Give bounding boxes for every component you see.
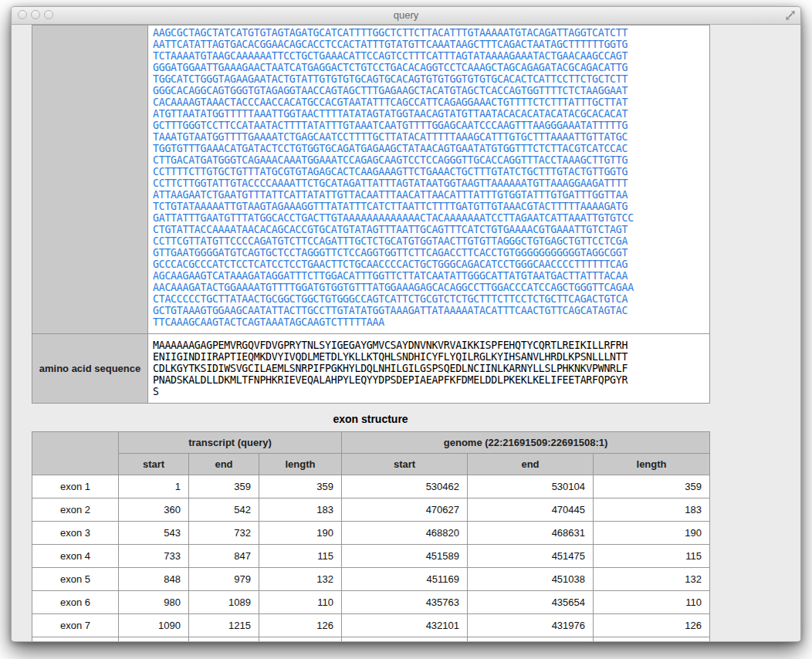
query-window: query AAGCGCTAGCTATCATGTGTAGTAGATGCATCAT…	[11, 6, 801, 642]
window-controls	[18, 10, 53, 19]
amino-acid-cell: MAAAAAAGAGPEMVRGQVFDVGPRYTNLSYIGEGAYGMVC…	[148, 334, 710, 404]
exon-value-cell: 432101	[342, 614, 468, 637]
exon-value-cell: 1215	[189, 614, 259, 637]
amino-acid-text: MAAAAAAGAGPEMVRGQVFDVGPRYTNLSYIGEGAYGMVC…	[153, 340, 705, 397]
exon-table-row: exon 3543732190468820468631190	[32, 522, 710, 545]
exon-value-cell: 360	[119, 498, 189, 522]
exon-row-label: exon 8	[32, 637, 119, 643]
exon-value-cell: 183	[594, 498, 710, 522]
exon-table-row: exon 710901215126432101431976126	[32, 614, 710, 637]
title-bar[interactable]: query	[12, 7, 800, 25]
amino-acid-row: amino acid sequence MAAAAAAGAGPEMVRGQVFD…	[32, 334, 710, 404]
exon-value-cell: 132	[594, 568, 710, 591]
exon-table-row: exon 5848979132451169451038132	[32, 568, 710, 591]
exon-row-label: exon 3	[32, 522, 119, 545]
sub-header-row: start end length start end length	[32, 454, 710, 475]
exon-value-cell: 359	[594, 475, 710, 498]
exon-value-cell: 435763	[342, 591, 468, 614]
exon-value-cell: 1089	[189, 591, 259, 614]
dna-sequence-row: AAGCGCTAGCTATCATGTGTAGTAGATGCATCATTTTGGC…	[32, 25, 710, 334]
transcript-start-header: start	[119, 454, 189, 475]
sequence-table: AAGCGCTAGCTATCATGTGTAGTAGATGCATCATTTTGGC…	[32, 25, 710, 404]
exon-row-label: exon 4	[32, 545, 119, 568]
exon-value-cell: 5799	[189, 637, 259, 643]
exon-row-label: exon 5	[32, 568, 119, 591]
zoom-window-icon[interactable]	[44, 10, 53, 19]
exon-value-cell: 847	[189, 545, 259, 568]
resize-window-icon[interactable]	[784, 9, 797, 22]
exon-value-cell: 359	[189, 475, 259, 498]
transcript-group-header: transcript (query)	[119, 432, 342, 454]
exon-table-row: exon 4733847115451589451475115	[32, 545, 710, 568]
exon-value-cell: 190	[259, 522, 342, 545]
exon-value-cell: 132	[259, 568, 342, 591]
exon-value-cell: 115	[594, 545, 710, 568]
desktop: { "window": { "title": "query" }, "color…	[0, 0, 812, 659]
exon-value-cell: 733	[119, 545, 189, 568]
exon-row-label: exon 7	[32, 614, 119, 637]
exon-row-label: exon 2	[32, 498, 119, 522]
exon-value-cell: 732	[189, 522, 259, 545]
exon-table-row: exon 2360542183470627470445183	[32, 498, 710, 522]
corner-header-cell	[32, 432, 119, 475]
exon-table-row: exon 69801089110435763435654110	[32, 591, 710, 614]
exon-value-cell: 451038	[468, 568, 594, 591]
exon-value-cell: 110	[594, 591, 710, 614]
exon-structure-table: transcript (query) genome (22:21691509:2…	[32, 431, 710, 642]
amino-acid-row-label: amino acid sequence	[32, 334, 148, 404]
exon-value-cell: 543	[119, 522, 189, 545]
exon-value-cell: 542	[189, 498, 259, 522]
exon-value-cell: 431976	[468, 614, 594, 637]
exon-value-cell: 530462	[342, 475, 468, 498]
exon-row-label: exon 6	[32, 591, 119, 614]
exon-value-cell: 530104	[468, 475, 594, 498]
dna-sequence-text: AAGCGCTAGCTATCATGTGTAGTAGATGCATCATTTTGGC…	[153, 27, 705, 328]
dna-sequence-cell: AAGCGCTAGCTATCATGTGTAGTAGATGCATCATTTTGGC…	[148, 25, 710, 334]
genome-length-header: length	[594, 454, 710, 475]
exon-value-cell: 1216	[119, 637, 189, 643]
minimize-window-icon[interactable]	[31, 10, 40, 19]
exon-value-cell: 979	[189, 568, 259, 591]
group-header-row: transcript (query) genome (22:21691509:2…	[32, 432, 710, 454]
exon-value-cell: 183	[259, 498, 342, 522]
exon-value-cell: 359	[259, 475, 342, 498]
genome-start-header: start	[342, 454, 468, 475]
exon-structure-title: exon structure	[32, 404, 709, 431]
exon-table-row: exon 81216579945844270214224384584	[32, 637, 710, 643]
exon-value-cell: 4584	[594, 637, 710, 643]
exon-value-cell: 848	[119, 568, 189, 591]
exon-value-cell: 468820	[342, 522, 468, 545]
exon-table-body: exon 11359359530462530104359exon 2360542…	[32, 475, 710, 643]
close-window-icon[interactable]	[18, 10, 27, 19]
exon-value-cell: 1	[119, 475, 189, 498]
exon-value-cell: 126	[259, 614, 342, 637]
exon-value-cell: 470445	[468, 498, 594, 522]
window-title: query	[12, 7, 800, 24]
report-page: AAGCGCTAGCTATCATGTGTAGTAGATGCATCATTTTGGC…	[12, 25, 800, 641]
exon-value-cell: 126	[594, 614, 710, 637]
exon-table-row: exon 11359359530462530104359	[32, 475, 710, 498]
dna-sequence-row-label	[32, 25, 148, 334]
exon-value-cell: 980	[119, 591, 189, 614]
exon-value-cell: 110	[259, 591, 342, 614]
exon-value-cell: 190	[594, 522, 710, 545]
exon-value-cell: 4584	[259, 637, 342, 643]
exon-value-cell: 451589	[342, 545, 468, 568]
exon-row-label: exon 1	[32, 475, 119, 498]
exon-value-cell: 427021	[342, 637, 468, 643]
exon-value-cell: 470627	[342, 498, 468, 522]
exon-value-cell: 468631	[468, 522, 594, 545]
exon-value-cell: 1090	[119, 614, 189, 637]
exon-value-cell: 451169	[342, 568, 468, 591]
exon-value-cell: 115	[259, 545, 342, 568]
transcript-length-header: length	[259, 454, 342, 475]
exon-value-cell: 451475	[468, 545, 594, 568]
exon-value-cell: 422438	[468, 637, 594, 643]
genome-group-header: genome (22:21691509:22691508:1)	[342, 432, 710, 454]
transcript-end-header: end	[189, 454, 259, 475]
exon-value-cell: 435654	[468, 591, 594, 614]
genome-end-header: end	[468, 454, 594, 475]
